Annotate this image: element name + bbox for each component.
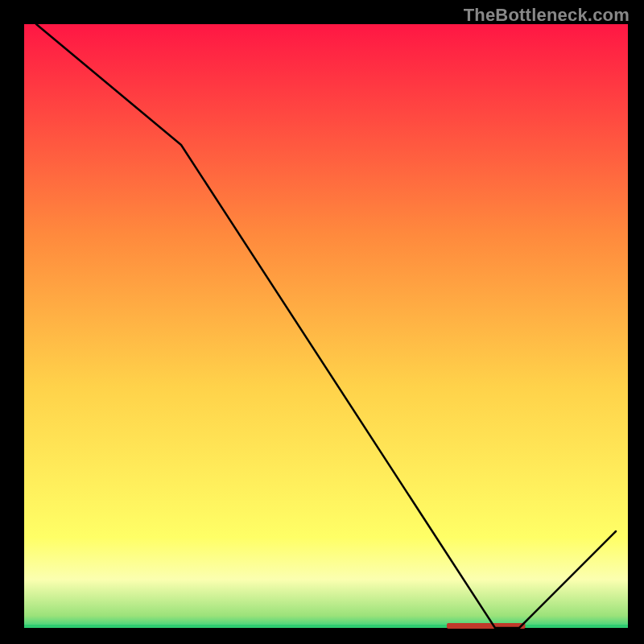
chart-svg: [0, 0, 644, 644]
chart-frame: TheBottleneck.com: [0, 0, 644, 644]
plot-background: [24, 24, 628, 628]
baseline-strip: [24, 625, 628, 628]
watermark-text: TheBottleneck.com: [464, 5, 630, 26]
